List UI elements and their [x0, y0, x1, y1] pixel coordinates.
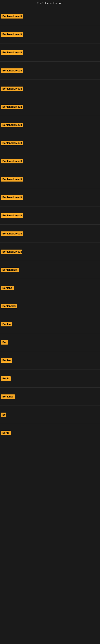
list-item: Bottleneck result — [0, 25, 100, 44]
list-item: Bottleneck result — [0, 44, 100, 62]
bottleneck-badge[interactable]: Bottleneck result — [1, 50, 23, 55]
list-item: Bottle — [0, 370, 100, 388]
bottleneck-badge[interactable]: Bottleneck result — [1, 86, 23, 91]
bottleneck-badge[interactable]: Bottleneck result — [1, 213, 23, 218]
list-item: Bottleneck result — [0, 206, 100, 224]
list-item: Bot — [0, 333, 100, 352]
list-item: Bottleneck result — [0, 116, 100, 134]
bottleneck-badge[interactable]: Bo — [1, 412, 6, 417]
bottleneck-badge[interactable]: Bottleneck result — [1, 68, 23, 73]
list-item: Bottleneck result — [0, 243, 100, 261]
bottleneck-badge[interactable]: Bottle — [1, 431, 11, 435]
list-item: Bottleneck result — [0, 80, 100, 98]
bottleneck-badge[interactable]: Bottleneck result — [1, 250, 22, 254]
bottleneck-badge[interactable]: Bottleneck result — [1, 177, 23, 182]
bottleneck-badge[interactable]: Bottleneck result — [1, 123, 23, 127]
items-container: Bottleneck resultBottleneck resultBottle… — [0, 6, 100, 443]
bottleneck-badge[interactable]: Bottlenec — [1, 394, 15, 399]
bottleneck-badge[interactable]: Bottleneck result — [1, 32, 23, 37]
list-item: Bottleneck result — [0, 134, 100, 152]
site-header: TheBottlenecker.com — [0, 0, 100, 6]
list-item: Bottleneck r — [0, 297, 100, 315]
bottleneck-badge[interactable]: Bottleneck result — [1, 141, 23, 145]
list-item: Bottleneck result — [0, 188, 100, 206]
list-item: Bottlen — [0, 315, 100, 333]
list-item: Bottleneck re — [0, 261, 100, 279]
bottleneck-badge[interactable]: Bot — [1, 340, 8, 344]
bottleneck-badge[interactable]: Bottleneck result — [1, 14, 23, 18]
list-item: Bottleneck result — [0, 7, 100, 25]
list-item: Bottlene — [0, 279, 100, 297]
bottleneck-badge[interactable]: Bottleneck result — [1, 105, 23, 109]
list-item: Bottleneck result — [0, 224, 100, 243]
bottleneck-badge[interactable]: Bottleneck r — [1, 304, 17, 308]
list-item: Bo — [0, 406, 100, 424]
bottleneck-badge[interactable]: Bottleneck result — [1, 159, 23, 164]
bottleneck-badge[interactable]: Bottleneck result — [1, 195, 23, 200]
bottleneck-badge[interactable]: Bottleneck re — [1, 268, 19, 272]
bottleneck-badge[interactable]: Bottle — [1, 376, 11, 381]
list-item: Bottle — [0, 424, 100, 442]
list-item: Bottleneck result — [0, 170, 100, 188]
site-title: TheBottlenecker.com — [0, 0, 100, 6]
list-item: Bottleneck result — [0, 152, 100, 170]
bottleneck-badge[interactable]: Bottlen — [1, 322, 12, 326]
bottleneck-badge[interactable]: Bottleneck result — [1, 232, 23, 236]
list-item: Bottleneck result — [0, 98, 100, 116]
bottleneck-badge[interactable]: Bottlen — [1, 358, 12, 363]
list-item: Bottlenec — [0, 388, 100, 406]
list-item: Bottleneck result — [0, 62, 100, 80]
bottleneck-badge[interactable]: Bottlene — [1, 286, 14, 290]
list-item: Bottlen — [0, 352, 100, 370]
